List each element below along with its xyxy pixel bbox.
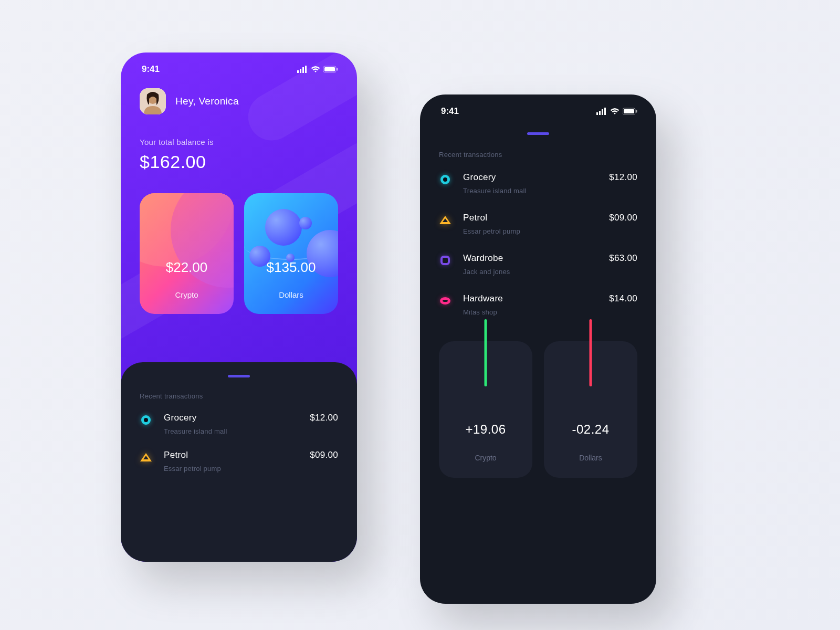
tx-subtitle: Mitas shop	[463, 308, 597, 316]
phone-transactions: 9:41 Recent transactions Grocery Treasur…	[420, 94, 656, 604]
card-amount: $135.00	[267, 259, 316, 276]
bubble-icon	[299, 217, 312, 229]
tx-amount: $63.00	[609, 253, 637, 264]
wallet-card-dollars[interactable]: $135.00 Dollars	[244, 193, 338, 314]
transaction-row[interactable]: Grocery Treasure island mall $12.00	[439, 172, 637, 195]
hardware-icon	[439, 295, 452, 307]
grocery-icon	[439, 173, 452, 186]
svg-rect-15	[636, 110, 637, 113]
status-bar: 9:41	[420, 94, 656, 122]
svg-rect-9	[596, 112, 598, 115]
status-time: 9:41	[441, 106, 459, 117]
transaction-row[interactable]: Grocery Treasure island mall $12.00	[140, 413, 338, 435]
card-label: Crypto	[175, 290, 198, 299]
tx-title: Petrol	[164, 450, 298, 460]
stat-label: Crypto	[475, 454, 496, 462]
phone-home: 9:41 Hey, Veronica Your total balance is…	[121, 52, 357, 562]
transaction-row[interactable]: Petrol Essar petrol pump $09.00	[140, 450, 338, 472]
tx-amount: $09.00	[609, 213, 637, 223]
section-title: Recent transactions	[439, 151, 637, 159]
svg-rect-11	[602, 109, 603, 115]
avatar[interactable]	[140, 88, 166, 114]
section-title: Recent transactions	[140, 392, 338, 400]
tx-subtitle: Treasure island mall	[463, 187, 597, 195]
trend-down-icon	[590, 319, 592, 386]
tx-title: Wardrobe	[463, 253, 597, 264]
svg-rect-0	[297, 70, 299, 73]
drag-handle-icon[interactable]	[527, 132, 549, 135]
stat-card-dollars[interactable]: -02.24 Dollars	[544, 341, 637, 478]
stat-value: -02.24	[572, 422, 609, 437]
tx-title: Hardware	[463, 293, 597, 304]
stat-label: Dollars	[579, 454, 602, 462]
tx-title: Grocery	[463, 172, 597, 183]
petrol-icon	[140, 451, 152, 464]
wifi-icon	[610, 108, 620, 115]
transactions-panel[interactable]: Recent transactions Grocery Treasure isl…	[121, 362, 357, 562]
tx-amount: $09.00	[310, 450, 338, 460]
petrol-icon	[439, 214, 452, 226]
signal-icon	[596, 108, 607, 115]
trend-up-icon	[485, 319, 487, 386]
tx-amount: $14.00	[609, 293, 637, 304]
transaction-row[interactable]: Petrol Essar petrol pump $09.00	[439, 213, 637, 235]
wardrobe-icon	[439, 254, 452, 267]
tx-amount: $12.00	[310, 413, 338, 423]
balance-label: Your total balance is	[140, 138, 338, 146]
greeting-text: Hey, Veronica	[175, 96, 239, 107]
stat-value: +19.06	[465, 422, 506, 437]
balance-value: $162.00	[140, 152, 338, 172]
tx-title: Petrol	[463, 213, 597, 223]
card-label: Dollars	[279, 290, 303, 299]
status-icons	[596, 108, 637, 115]
status-time: 9:41	[142, 64, 160, 75]
wallet-card-crypto[interactable]: $22.00 Crypto	[140, 193, 234, 314]
tx-amount: $12.00	[609, 172, 637, 183]
drag-handle-icon[interactable]	[228, 375, 250, 377]
svg-rect-12	[604, 108, 606, 115]
transaction-row[interactable]: Wardrobe Jack and jones $63.00	[439, 253, 637, 276]
grocery-icon	[140, 414, 152, 426]
tx-subtitle: Essar petrol pump	[164, 465, 298, 472]
tx-subtitle: Essar petrol pump	[463, 227, 597, 235]
tx-title: Grocery	[164, 413, 298, 423]
stat-card-crypto[interactable]: +19.06 Crypto	[439, 341, 532, 478]
svg-rect-10	[599, 111, 601, 115]
card-amount: $22.00	[166, 259, 208, 276]
bubble-icon	[265, 209, 302, 246]
tx-subtitle: Treasure island mall	[164, 427, 298, 435]
svg-rect-14	[624, 109, 634, 113]
tx-subtitle: Jack and jones	[463, 268, 597, 276]
battery-icon	[623, 108, 637, 115]
transaction-row[interactable]: Hardware Mitas shop $14.00	[439, 293, 637, 316]
